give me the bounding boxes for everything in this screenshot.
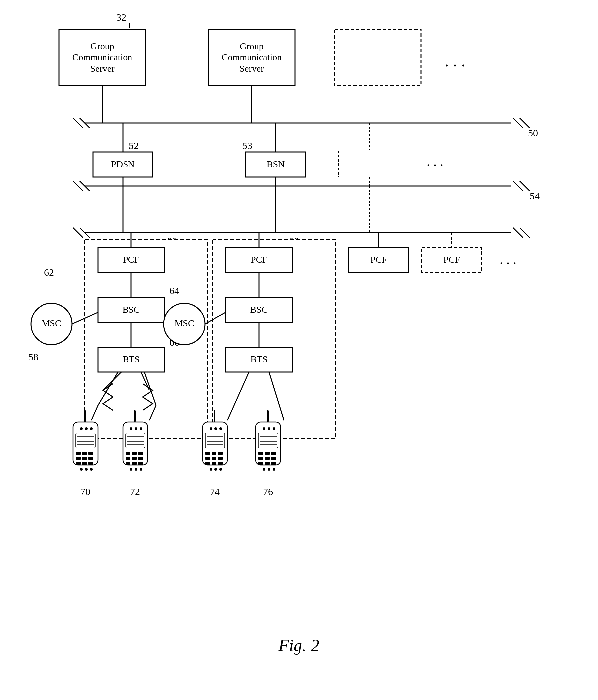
svg-rect-81 [82,462,87,465]
bts1-label: BTS [123,354,139,365]
bsc1-label: BSC [123,304,140,315]
gcs1-line3: Server [90,64,114,74]
svg-rect-108 [213,410,215,422]
svg-rect-121 [205,457,210,460]
svg-rect-142 [271,452,276,455]
svg-rect-146 [258,462,263,465]
svg-rect-126 [218,462,223,465]
dots-pcf: . . . [500,252,516,267]
svg-rect-99 [126,457,130,460]
svg-rect-80 [76,462,81,465]
svg-point-110 [209,427,212,430]
svg-point-85 [90,468,93,471]
gcs1-line1: Group [90,41,114,51]
svg-point-134 [272,427,275,430]
svg-rect-122 [211,457,216,460]
svg-point-66 [80,427,83,430]
svg-point-149 [263,468,265,471]
svg-point-67 [85,427,88,430]
diagram: text { font-family: 'Times New Roman', T… [0,0,598,700]
pcf1-label: PCF [123,254,139,265]
svg-point-111 [214,427,217,430]
gcs2-line2: Communication [222,52,282,62]
gcs1-line2: Communication [72,52,132,62]
msc1-label: MSC [42,318,61,328]
svg-rect-102 [126,462,130,465]
svg-rect-118 [205,452,210,455]
ref-62: 62 [44,267,54,278]
svg-rect-69 [76,433,95,448]
svg-point-132 [263,427,265,430]
svg-rect-74 [76,452,81,455]
svg-rect-141 [265,452,269,455]
ref-74: 74 [210,486,220,497]
svg-rect-86 [134,410,136,422]
gcs2-line3: Server [239,64,264,74]
ref-58: 58 [28,351,38,362]
svg-rect-120 [218,452,223,455]
svg-point-129 [219,468,222,471]
gcs2-line1: Group [240,41,264,51]
ref-52: 52 [129,140,139,151]
dots-mid: . . . [427,154,443,169]
svg-point-150 [268,468,270,471]
label-54: 54 [529,190,540,201]
svg-rect-147 [265,462,269,465]
ref-72: 72 [130,486,140,497]
svg-rect-96 [126,452,130,455]
svg-point-83 [80,468,83,471]
svg-rect-123 [218,457,223,460]
ref-76: 76 [263,486,273,497]
svg-rect-144 [265,457,269,460]
svg-rect-91 [126,433,145,448]
svg-rect-130 [267,410,269,422]
svg-rect-98 [138,452,143,455]
svg-point-106 [135,468,137,471]
pcf2-label: PCF [251,254,267,265]
fig-label: Fig. 2 [278,636,319,655]
svg-rect-143 [258,457,263,460]
svg-rect-135 [258,433,278,448]
svg-point-107 [140,468,142,471]
svg-rect-124 [205,462,210,465]
svg-point-68 [90,427,93,430]
svg-rect-64 [84,410,86,422]
svg-rect-77 [76,457,81,460]
svg-point-90 [140,427,142,430]
svg-rect-23 [339,151,400,177]
svg-point-105 [130,468,132,471]
svg-rect-145 [271,457,276,460]
ref-32: 32 [116,11,126,23]
svg-rect-78 [82,457,87,460]
svg-point-133 [268,427,270,430]
svg-rect-103 [132,462,137,465]
svg-rect-140 [258,452,263,455]
svg-point-84 [85,468,88,471]
svg-rect-104 [138,462,143,465]
pcf4-label: PCF [443,254,460,265]
bsc2-label: BSC [250,304,268,315]
ref-70: 70 [80,486,90,497]
svg-rect-125 [211,462,216,465]
ref-64: 64 [170,285,179,296]
svg-point-151 [272,468,275,471]
svg-rect-97 [132,452,137,455]
svg-rect-79 [88,457,93,460]
ref-53: 53 [242,140,252,151]
svg-rect-101 [138,457,143,460]
svg-rect-76 [88,452,93,455]
dots-top: . . . [445,51,466,70]
pcf3-label: PCF [370,254,387,265]
svg-rect-10 [335,29,421,86]
svg-point-112 [219,427,222,430]
label-50: 50 [528,127,538,138]
svg-rect-82 [88,462,93,465]
msc2-label: MSC [174,318,194,328]
svg-rect-119 [211,452,216,455]
svg-rect-100 [132,457,137,460]
svg-rect-148 [271,462,276,465]
svg-rect-113 [205,433,225,448]
svg-point-127 [209,468,212,471]
bts2-label: BTS [250,354,267,365]
svg-rect-75 [82,452,87,455]
